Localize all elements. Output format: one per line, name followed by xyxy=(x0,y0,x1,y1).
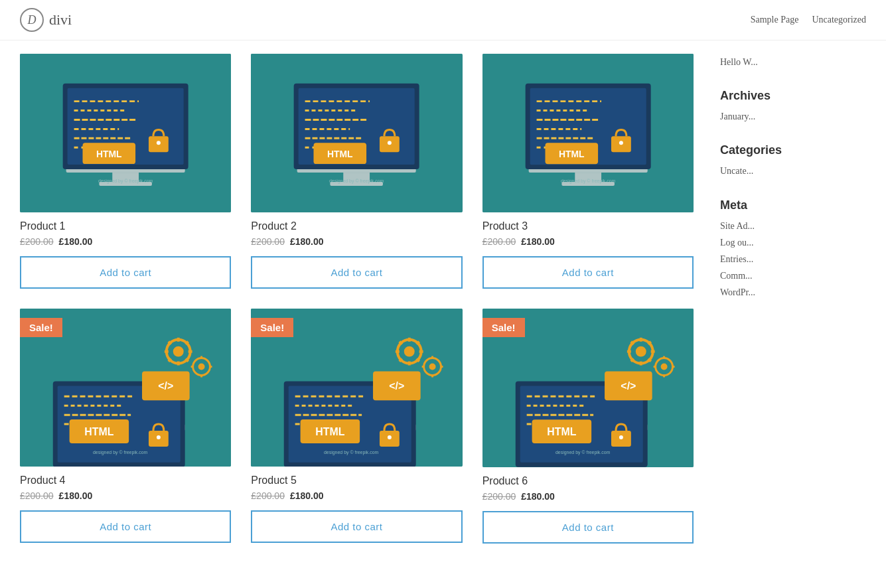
sale-price-4: £180.00 xyxy=(59,490,93,501)
sidebar-recent-text: Hello W... xyxy=(720,54,866,70)
product-info-2: Product 2£200.00£180.00Add to cart xyxy=(251,220,462,289)
sidebar-meta-wordpress[interactable]: WordPr... xyxy=(720,284,866,301)
original-price-2: £200.00 xyxy=(251,236,285,247)
sidebar-archives-item[interactable]: January... xyxy=(720,108,866,125)
svg-text:HTML: HTML xyxy=(316,426,345,437)
site-logo[interactable]: D divi xyxy=(20,8,72,32)
price-wrapper-6: £200.00£180.00 xyxy=(482,491,694,502)
page-layout: HTML designed by © freepik.com Product 1… xyxy=(0,40,886,557)
svg-text:</>: </> xyxy=(621,380,636,392)
add-to-cart-button-1[interactable]: Add to cart xyxy=(20,256,231,289)
svg-line-108 xyxy=(417,341,419,344)
sidebar: Hello W... Archives January... Categorie… xyxy=(720,54,866,544)
original-price-6: £200.00 xyxy=(482,491,516,502)
product-info-3: Product 3£200.00£180.00Add to cart xyxy=(482,220,694,289)
product-info-6: Product 6£200.00£180.00Add to cart xyxy=(482,475,694,544)
svg-line-76 xyxy=(169,358,171,361)
product-image-1: HTML designed by © freepik.com xyxy=(20,54,231,212)
sale-price-6: £180.00 xyxy=(521,491,555,502)
logo-text: divi xyxy=(49,11,72,29)
svg-line-106 xyxy=(400,341,402,344)
original-price-3: £200.00 xyxy=(482,236,516,247)
product-image-wrapper-2: HTML designed by © freepik.com xyxy=(251,54,462,212)
svg-line-107 xyxy=(417,358,419,361)
svg-point-78 xyxy=(198,363,205,370)
original-price-4: £200.00 xyxy=(20,490,54,501)
sale-price-3: £180.00 xyxy=(521,236,555,247)
product-image-wrapper-5: HTML </> designed by © freepik.com Sale! xyxy=(251,309,462,467)
sidebar-meta-site-admin[interactable]: Site Ad... xyxy=(720,218,866,234)
svg-line-139 xyxy=(630,341,633,344)
product-name-2: Product 2 xyxy=(251,220,462,232)
svg-point-32 xyxy=(388,141,392,145)
svg-text:designed by © freepik.com: designed by © freepik.com xyxy=(561,179,616,184)
add-to-cart-button-4[interactable]: Add to cart xyxy=(20,510,231,543)
main-content: HTML designed by © freepik.com Product 1… xyxy=(20,54,694,544)
sidebar-meta-logout[interactable]: Log ou... xyxy=(720,234,866,251)
product-image-wrapper-1: HTML designed by © freepik.com xyxy=(20,54,231,212)
logo-icon: D xyxy=(20,8,44,32)
svg-text:designed by © freepik.com: designed by © freepik.com xyxy=(98,179,153,184)
product-image-4: HTML </> designed by © freepik.com Sale! xyxy=(20,309,231,467)
product-image-6: HTML </> designed by © freepik.com Sale! xyxy=(482,309,694,467)
add-to-cart-button-2[interactable]: Add to cart xyxy=(251,256,462,289)
price-wrapper-4: £200.00£180.00 xyxy=(20,490,231,501)
price-wrapper-3: £200.00£180.00 xyxy=(482,236,694,247)
product-image-wrapper-6: HTML </> designed by © freepik.com Sale! xyxy=(482,309,694,467)
product-info-1: Product 1£200.00£180.00Add to cart xyxy=(20,220,231,289)
svg-text:designed by © freepik.com: designed by © freepik.com xyxy=(329,179,384,184)
svg-point-66 xyxy=(157,435,161,439)
product-name-4: Product 4 xyxy=(20,475,231,486)
price-wrapper-5: £200.00£180.00 xyxy=(251,490,462,501)
sidebar-categories-item[interactable]: Uncate... xyxy=(720,163,866,179)
product-card-5: HTML </> designed by © freepik.com Sale!… xyxy=(251,309,462,544)
sidebar-meta-title: Meta xyxy=(720,198,866,212)
product-info-4: Product 4£200.00£180.00Add to cart xyxy=(20,475,231,543)
product-card-4: HTML </> designed by © freepik.com Sale!… xyxy=(20,309,231,544)
sidebar-archives-title: Archives xyxy=(720,89,866,103)
svg-text:</>: </> xyxy=(158,380,173,392)
product-image-2: HTML designed by © freepik.com xyxy=(251,54,462,212)
svg-point-68 xyxy=(173,346,184,356)
svg-text:</>: </> xyxy=(390,380,405,392)
svg-point-111 xyxy=(429,363,436,370)
product-grid: HTML designed by © freepik.com Product 1… xyxy=(20,54,694,544)
add-to-cart-button-3[interactable]: Add to cart xyxy=(482,256,694,289)
sale-badge-4: Sale! xyxy=(20,318,62,337)
svg-line-142 xyxy=(630,358,633,361)
add-to-cart-button-5[interactable]: Add to cart xyxy=(251,510,462,543)
sidebar-categories-title: Categories xyxy=(720,143,866,157)
sale-badge-5: Sale! xyxy=(251,318,293,337)
sale-price-2: £180.00 xyxy=(290,236,324,247)
svg-point-15 xyxy=(157,141,161,145)
svg-line-141 xyxy=(648,341,650,344)
svg-point-144 xyxy=(660,363,667,370)
sidebar-meta-entries[interactable]: Entries... xyxy=(720,251,866,267)
product-name-6: Product 6 xyxy=(482,475,694,487)
price-wrapper-1: £200.00£180.00 xyxy=(20,236,231,247)
add-to-cart-button-6[interactable]: Add to cart xyxy=(482,511,694,544)
product-name-1: Product 1 xyxy=(20,220,231,232)
sale-price-1: £180.00 xyxy=(59,236,93,247)
product-info-5: Product 5£200.00£180.00Add to cart xyxy=(251,475,462,543)
product-name-3: Product 3 xyxy=(482,220,694,232)
original-price-5: £200.00 xyxy=(251,490,285,501)
svg-text:HTML: HTML xyxy=(96,149,122,159)
product-image-3: HTML designed by © freepik.com xyxy=(482,54,694,212)
svg-text:designed by © freepik.com: designed by © freepik.com xyxy=(93,450,148,455)
svg-line-74 xyxy=(186,358,188,361)
svg-line-140 xyxy=(648,358,650,361)
svg-text:HTML: HTML xyxy=(327,149,353,159)
price-wrapper-2: £200.00£180.00 xyxy=(251,236,462,247)
product-card-2: HTML designed by © freepik.com Product 2… xyxy=(251,54,462,289)
nav-uncategorized[interactable]: Uncategorized xyxy=(812,15,866,25)
sale-price-5: £180.00 xyxy=(290,490,324,501)
product-card-3: HTML designed by © freepik.com Product 3… xyxy=(482,54,694,289)
svg-text:designed by © freepik.com: designed by © freepik.com xyxy=(324,450,379,455)
nav-sample-page[interactable]: Sample Page xyxy=(751,15,799,25)
svg-text:designed by © freepik.com: designed by © freepik.com xyxy=(555,450,611,455)
svg-line-75 xyxy=(186,341,188,344)
product-name-5: Product 5 xyxy=(251,475,462,486)
product-card-6: HTML </> designed by © freepik.com Sale!… xyxy=(482,309,694,544)
sidebar-meta-comments[interactable]: Comm... xyxy=(720,267,866,284)
